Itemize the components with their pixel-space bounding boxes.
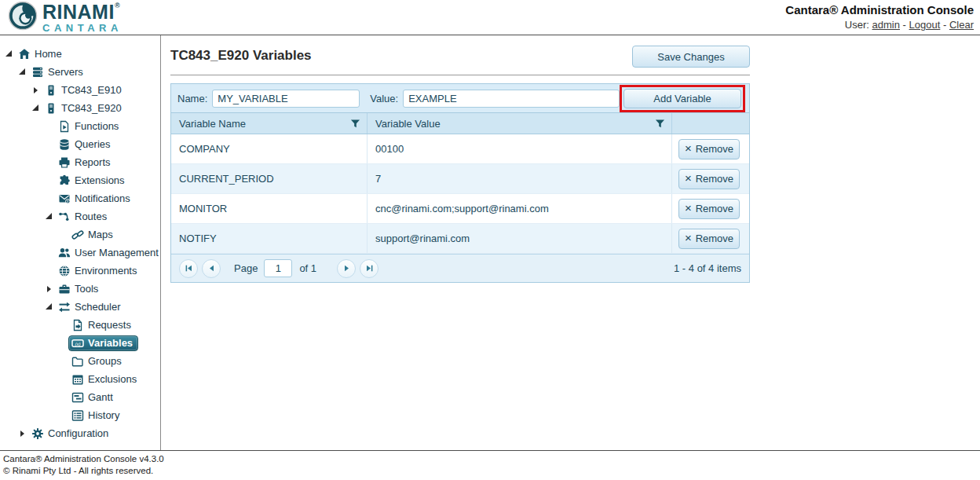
x-icon: × [685, 232, 692, 244]
sidebar-item-queries[interactable]: Queries [0, 135, 160, 153]
user-line: User: admin - Logout - Clear [785, 18, 974, 32]
sidebar-item-label: Maps [88, 229, 113, 240]
remove-button[interactable]: ×Remove [678, 229, 740, 249]
tree-expanded-arrow[interactable] [45, 213, 55, 221]
maps-icon [71, 229, 84, 241]
sidebar-item-label: Requests [88, 319, 131, 331]
variable-actions-cell: ×Remove [672, 134, 749, 163]
prev-page-icon[interactable] [202, 259, 221, 278]
next-page-icon[interactable] [337, 259, 356, 278]
svg-text:(x): (x) [75, 340, 80, 346]
user-name-link[interactable]: admin [872, 19, 900, 31]
save-changes-button[interactable]: Save Changes [632, 46, 750, 68]
remove-button-label: Remove [696, 203, 733, 214]
sidebar-item-routes[interactable]: Routes [0, 207, 160, 225]
last-page-icon[interactable] [360, 259, 378, 278]
variable-value-cell: support@rinami.com [368, 224, 672, 253]
tree-expanded-arrow[interactable] [31, 104, 42, 112]
sidebar-item-label: Scheduler [75, 301, 121, 313]
sidebar-item-label: Groups [88, 355, 122, 367]
tree-collapsed-arrow[interactable] [31, 86, 42, 94]
gantt-icon [71, 391, 84, 404]
sidebar-item-label: TC843_E910 [61, 84, 122, 96]
tree-arrow-spacer [58, 394, 68, 401]
sidebar-item-variables[interactable]: (x)Variables [0, 334, 160, 352]
tree-expanded-arrow[interactable] [18, 68, 28, 76]
sidebar-item-label: Gantt [88, 391, 113, 403]
variables-icon: (x) [71, 337, 84, 350]
add-variable-button[interactable]: Add Variable [623, 89, 741, 108]
sidebar-item-extensions[interactable]: Extensions [0, 171, 160, 189]
logout-link[interactable]: Logout [909, 19, 941, 31]
sidebar-item-tools[interactable]: Tools [0, 280, 160, 298]
remove-button-label: Remove [696, 143, 733, 155]
sidebar-item-exclusions[interactable]: Exclusions [0, 370, 160, 388]
sidebar-item-history[interactable]: History [0, 406, 160, 424]
page-label: Page [234, 262, 258, 274]
page-title: TC843_E920 Variables [170, 46, 312, 64]
sidebar-item-tc843-e910[interactable]: TC843_E910 [0, 81, 160, 99]
remove-button[interactable]: ×Remove [678, 169, 740, 189]
sidebar-item-label: Queries [75, 138, 111, 150]
rinami-logo-icon [8, 1, 38, 34]
sidebar-item-groups[interactable]: Groups [0, 352, 160, 370]
sidebar-item-configuration[interactable]: Configuration [0, 424, 160, 442]
app-header: RINAMI® CANTARA Cantara® Administration … [0, 0, 980, 35]
footer-copyright: © Rinami Pty Ltd - All rights reserved. [3, 465, 980, 477]
functions-icon [58, 120, 71, 133]
tree-expanded-arrow[interactable] [45, 303, 55, 311]
tree-collapsed-arrow[interactable] [45, 285, 55, 293]
tree-arrow-spacer [45, 123, 55, 130]
variable-name-cell: CURRENT_PERIOD [171, 164, 368, 193]
sidebar-item-label: Servers [48, 66, 83, 78]
page-number-input[interactable] [264, 259, 292, 277]
variable-value-input[interactable] [403, 90, 620, 108]
queries-icon [58, 138, 71, 151]
sidebar-item-reports[interactable]: Reports [0, 153, 160, 171]
sidebar-item-requests[interactable]: Requests [0, 316, 160, 334]
sidebar-item-environments[interactable]: Environments [0, 262, 160, 280]
remove-button[interactable]: ×Remove [678, 139, 740, 159]
sidebar-item-user-management[interactable]: User Management [0, 244, 160, 262]
tree-arrow-spacer [58, 321, 68, 329]
tree-arrow-spacer [58, 412, 68, 420]
filter-funnel-icon[interactable] [655, 119, 665, 129]
sidebar-item-label: Configuration [48, 427, 108, 439]
sidebar-item-maps[interactable]: Maps [0, 225, 160, 244]
tree-arrow-spacer [58, 231, 68, 239]
notifications-icon [58, 192, 71, 205]
tree-collapsed-arrow[interactable] [18, 430, 28, 438]
sidebar-item-home[interactable]: Home [0, 45, 160, 63]
sidebar-item-gantt[interactable]: Gantt [0, 388, 160, 406]
tree-arrow-spacer [45, 177, 55, 185]
sidebar-item-servers[interactable]: Servers [0, 63, 160, 81]
servers-icon [31, 66, 44, 79]
variable-value-cell: cnc@rinami.com;support@rinami.com [368, 194, 672, 223]
tree-expanded-arrow[interactable] [5, 50, 15, 58]
tree-arrow-spacer [45, 267, 55, 275]
column-header-variable-name[interactable]: Variable Name [171, 113, 368, 134]
table-row: NOTIFYsupport@rinami.com×Remove [171, 224, 749, 254]
sidebar-item-label: Exclusions [88, 373, 137, 385]
column-header-variable-value[interactable]: Variable Value [368, 113, 672, 134]
filter-funnel-icon[interactable] [350, 119, 360, 129]
sidebar-item-tc843-e920[interactable]: TC843_E920 [0, 99, 160, 117]
sidebar-item-notifications[interactable]: Notifications [0, 189, 160, 207]
variable-value-cell: 00100 [368, 134, 672, 163]
first-page-icon[interactable] [179, 259, 198, 278]
variables-grid: Name: Value: Add Variable Variable Name … [170, 83, 750, 283]
tree-arrow-spacer [58, 339, 68, 347]
sidebar-item-scheduler[interactable]: Scheduler [0, 298, 160, 316]
sidebar-item-label: Functions [75, 120, 119, 132]
footer-version: Cantara® Administration Console v4.3.0 [3, 453, 980, 465]
sidebar-item-label: TC843_E920 [61, 102, 122, 114]
remove-button[interactable]: ×Remove [678, 199, 740, 219]
variable-name-input[interactable] [212, 90, 360, 108]
tree-arrow-spacer [45, 141, 55, 148]
extensions-icon [58, 174, 71, 187]
requests-icon [71, 319, 84, 332]
clear-link[interactable]: Clear [949, 19, 974, 31]
sidebar-item-functions[interactable]: Functions [0, 117, 160, 135]
table-row: CURRENT_PERIOD7×Remove [171, 164, 749, 194]
tree-arrow-spacer [45, 159, 55, 167]
